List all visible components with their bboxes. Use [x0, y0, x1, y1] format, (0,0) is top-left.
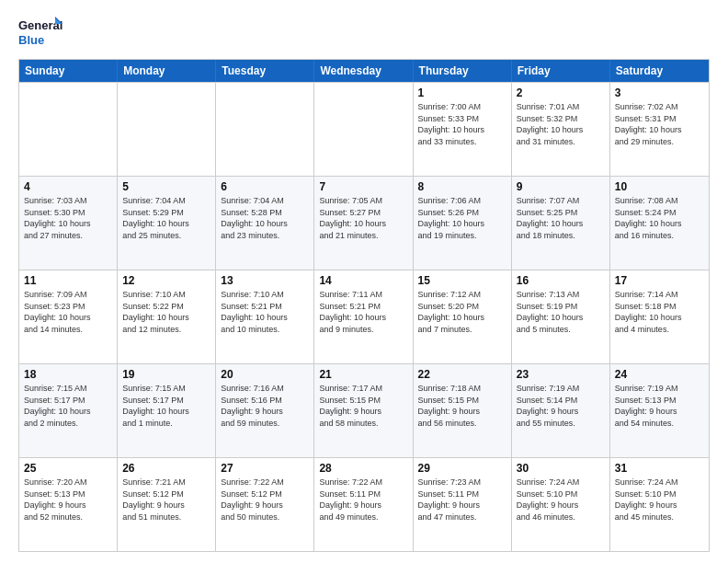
- calendar-header: SundayMondayTuesdayWednesdayThursdayFrid…: [19, 60, 709, 82]
- calendar-day-cell: 18Sunrise: 7:15 AM Sunset: 5:17 PM Dayli…: [19, 364, 118, 457]
- calendar-empty-cell: [216, 83, 314, 176]
- day-number: 24: [615, 368, 704, 381]
- day-number: 28: [319, 462, 407, 475]
- calendar-day-cell: 7Sunrise: 7:05 AM Sunset: 5:27 PM Daylig…: [314, 177, 413, 270]
- calendar-day-cell: 30Sunrise: 7:24 AM Sunset: 5:10 PM Dayli…: [512, 458, 610, 551]
- calendar-day-cell: 12Sunrise: 7:10 AM Sunset: 5:22 PM Dayli…: [118, 270, 216, 363]
- day-info: Sunrise: 7:01 AM Sunset: 5:32 PM Dayligh…: [517, 101, 605, 147]
- day-number: 9: [517, 180, 605, 193]
- calendar-day-header: Monday: [118, 60, 216, 82]
- calendar-week: 18Sunrise: 7:15 AM Sunset: 5:17 PM Dayli…: [19, 363, 709, 457]
- day-number: 21: [319, 368, 407, 381]
- day-number: 10: [615, 180, 704, 193]
- day-info: Sunrise: 7:23 AM Sunset: 5:11 PM Dayligh…: [418, 477, 506, 523]
- day-info: Sunrise: 7:11 AM Sunset: 5:21 PM Dayligh…: [319, 289, 407, 335]
- day-info: Sunrise: 7:10 AM Sunset: 5:22 PM Dayligh…: [122, 289, 210, 335]
- calendar-day-header: Thursday: [414, 60, 512, 82]
- calendar-day-cell: 31Sunrise: 7:24 AM Sunset: 5:10 PM Dayli…: [610, 458, 709, 551]
- day-number: 3: [615, 86, 704, 99]
- day-info: Sunrise: 7:24 AM Sunset: 5:10 PM Dayligh…: [517, 477, 605, 523]
- day-info: Sunrise: 7:05 AM Sunset: 5:27 PM Dayligh…: [319, 195, 407, 241]
- calendar-body: 1Sunrise: 7:00 AM Sunset: 5:33 PM Daylig…: [19, 82, 709, 551]
- calendar-day-cell: 15Sunrise: 7:12 AM Sunset: 5:20 PM Dayli…: [414, 270, 512, 363]
- day-info: Sunrise: 7:04 AM Sunset: 5:28 PM Dayligh…: [221, 195, 309, 241]
- calendar-day-cell: 20Sunrise: 7:16 AM Sunset: 5:16 PM Dayli…: [216, 364, 314, 457]
- calendar-week: 4Sunrise: 7:03 AM Sunset: 5:30 PM Daylig…: [19, 176, 709, 270]
- calendar-day-cell: 11Sunrise: 7:09 AM Sunset: 5:23 PM Dayli…: [19, 270, 118, 363]
- calendar-day-cell: 1Sunrise: 7:00 AM Sunset: 5:33 PM Daylig…: [414, 83, 512, 176]
- calendar-week: 11Sunrise: 7:09 AM Sunset: 5:23 PM Dayli…: [19, 270, 709, 363]
- calendar-empty-cell: [19, 83, 118, 176]
- calendar-day-cell: 29Sunrise: 7:23 AM Sunset: 5:11 PM Dayli…: [414, 458, 512, 551]
- day-info: Sunrise: 7:17 AM Sunset: 5:15 PM Dayligh…: [319, 383, 407, 429]
- day-number: 29: [418, 462, 506, 475]
- page: General Blue SundayMondayTuesdayWednesda…: [0, 0, 728, 563]
- calendar-day-cell: 5Sunrise: 7:04 AM Sunset: 5:29 PM Daylig…: [118, 177, 216, 270]
- calendar-empty-cell: [118, 83, 216, 176]
- calendar-day-cell: 3Sunrise: 7:02 AM Sunset: 5:31 PM Daylig…: [610, 83, 709, 176]
- day-number: 6: [221, 180, 309, 193]
- svg-text:Blue: Blue: [18, 33, 44, 47]
- logo-svg: General Blue: [18, 15, 63, 50]
- day-info: Sunrise: 7:10 AM Sunset: 5:21 PM Dayligh…: [221, 289, 309, 335]
- day-info: Sunrise: 7:16 AM Sunset: 5:16 PM Dayligh…: [221, 383, 309, 429]
- day-info: Sunrise: 7:02 AM Sunset: 5:31 PM Dayligh…: [615, 101, 704, 147]
- day-number: 23: [517, 368, 605, 381]
- day-info: Sunrise: 7:18 AM Sunset: 5:15 PM Dayligh…: [418, 383, 506, 429]
- calendar-day-cell: 13Sunrise: 7:10 AM Sunset: 5:21 PM Dayli…: [216, 270, 314, 363]
- day-number: 16: [517, 274, 605, 287]
- day-info: Sunrise: 7:24 AM Sunset: 5:10 PM Dayligh…: [615, 477, 704, 523]
- day-info: Sunrise: 7:21 AM Sunset: 5:12 PM Dayligh…: [122, 477, 210, 523]
- calendar: SundayMondayTuesdayWednesdayThursdayFrid…: [18, 59, 710, 552]
- day-info: Sunrise: 7:14 AM Sunset: 5:18 PM Dayligh…: [615, 289, 704, 335]
- day-number: 17: [615, 274, 704, 287]
- calendar-day-cell: 8Sunrise: 7:06 AM Sunset: 5:26 PM Daylig…: [414, 177, 512, 270]
- calendar-day-header: Tuesday: [216, 60, 314, 82]
- day-info: Sunrise: 7:15 AM Sunset: 5:17 PM Dayligh…: [122, 383, 210, 429]
- calendar-day-header: Friday: [512, 60, 610, 82]
- day-number: 25: [24, 462, 112, 475]
- day-info: Sunrise: 7:07 AM Sunset: 5:25 PM Dayligh…: [517, 195, 605, 241]
- day-number: 20: [221, 368, 309, 381]
- day-info: Sunrise: 7:13 AM Sunset: 5:19 PM Dayligh…: [517, 289, 605, 335]
- day-info: Sunrise: 7:00 AM Sunset: 5:33 PM Dayligh…: [418, 101, 506, 147]
- calendar-day-cell: 23Sunrise: 7:19 AM Sunset: 5:14 PM Dayli…: [512, 364, 610, 457]
- calendar-day-cell: 28Sunrise: 7:22 AM Sunset: 5:11 PM Dayli…: [314, 458, 413, 551]
- calendar-day-cell: 9Sunrise: 7:07 AM Sunset: 5:25 PM Daylig…: [512, 177, 610, 270]
- calendar-day-cell: 21Sunrise: 7:17 AM Sunset: 5:15 PM Dayli…: [314, 364, 413, 457]
- day-number: 13: [221, 274, 309, 287]
- day-info: Sunrise: 7:09 AM Sunset: 5:23 PM Dayligh…: [24, 289, 112, 335]
- calendar-day-cell: 2Sunrise: 7:01 AM Sunset: 5:32 PM Daylig…: [512, 83, 610, 176]
- calendar-day-cell: 27Sunrise: 7:22 AM Sunset: 5:12 PM Dayli…: [216, 458, 314, 551]
- calendar-day-cell: 10Sunrise: 7:08 AM Sunset: 5:24 PM Dayli…: [610, 177, 709, 270]
- day-info: Sunrise: 7:22 AM Sunset: 5:12 PM Dayligh…: [221, 477, 309, 523]
- header: General Blue: [18, 15, 710, 50]
- calendar-day-cell: 26Sunrise: 7:21 AM Sunset: 5:12 PM Dayli…: [118, 458, 216, 551]
- day-number: 11: [24, 274, 112, 287]
- calendar-day-cell: 19Sunrise: 7:15 AM Sunset: 5:17 PM Dayli…: [118, 364, 216, 457]
- day-info: Sunrise: 7:12 AM Sunset: 5:20 PM Dayligh…: [418, 289, 506, 335]
- day-number: 30: [517, 462, 605, 475]
- day-number: 22: [418, 368, 506, 381]
- day-info: Sunrise: 7:19 AM Sunset: 5:14 PM Dayligh…: [517, 383, 605, 429]
- day-number: 18: [24, 368, 112, 381]
- day-info: Sunrise: 7:19 AM Sunset: 5:13 PM Dayligh…: [615, 383, 704, 429]
- day-info: Sunrise: 7:03 AM Sunset: 5:30 PM Dayligh…: [24, 195, 112, 241]
- day-number: 27: [221, 462, 309, 475]
- calendar-day-cell: 22Sunrise: 7:18 AM Sunset: 5:15 PM Dayli…: [414, 364, 512, 457]
- logo: General Blue: [18, 15, 63, 50]
- day-number: 15: [418, 274, 506, 287]
- calendar-day-cell: 25Sunrise: 7:20 AM Sunset: 5:13 PM Dayli…: [19, 458, 118, 551]
- calendar-day-header: Wednesday: [314, 60, 413, 82]
- day-number: 5: [122, 180, 210, 193]
- calendar-day-cell: 24Sunrise: 7:19 AM Sunset: 5:13 PM Dayli…: [610, 364, 709, 457]
- calendar-day-cell: 17Sunrise: 7:14 AM Sunset: 5:18 PM Dayli…: [610, 270, 709, 363]
- day-number: 26: [122, 462, 210, 475]
- calendar-day-header: Sunday: [19, 60, 118, 82]
- day-info: Sunrise: 7:08 AM Sunset: 5:24 PM Dayligh…: [615, 195, 704, 241]
- day-info: Sunrise: 7:22 AM Sunset: 5:11 PM Dayligh…: [319, 477, 407, 523]
- calendar-day-cell: 14Sunrise: 7:11 AM Sunset: 5:21 PM Dayli…: [314, 270, 413, 363]
- calendar-week: 1Sunrise: 7:00 AM Sunset: 5:33 PM Daylig…: [19, 82, 709, 176]
- calendar-empty-cell: [314, 83, 413, 176]
- day-number: 1: [418, 86, 506, 99]
